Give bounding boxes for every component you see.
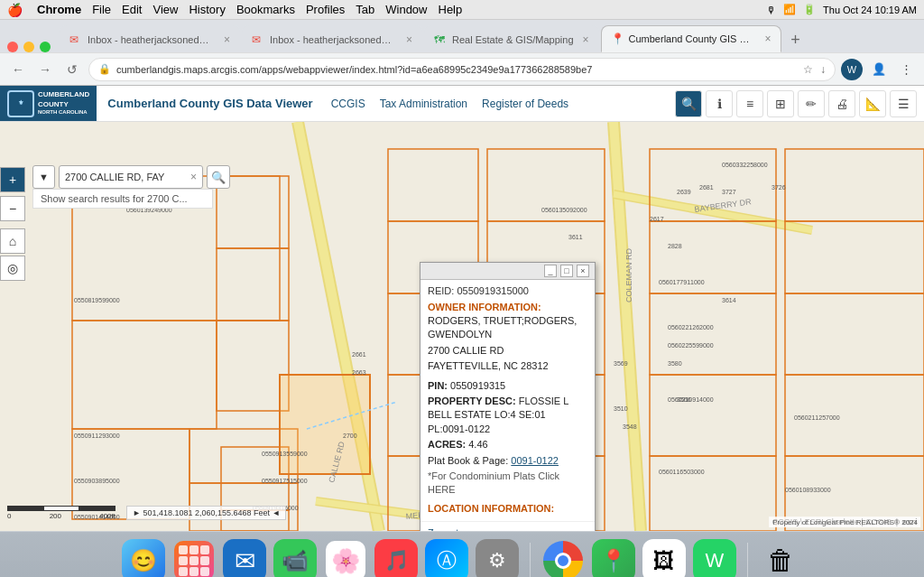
svg-text:3569: 3569 [614,360,628,367]
extensions-icon[interactable]: W [841,59,863,80]
menu-bookmarks[interactable]: Bookmarks [236,3,295,16]
dock-photos[interactable]: 🌸 [324,539,367,577]
forward-button[interactable]: → [34,59,56,80]
tab-realestate[interactable]: 🗺 Real Estate & GIS/Mapping × [424,25,599,52]
tab-title-realestate: Real Estate & GIS/Mapping [452,34,574,45]
reload-button[interactable]: ↺ [61,59,83,80]
popup-footer: Zoom to ••• [420,521,595,531]
download-icon[interactable]: ↓ [820,63,826,76]
menu-file[interactable]: File [92,3,111,16]
tab-cumberland[interactable]: 📍 Cumberland County GIS Dat... × [601,25,781,52]
minimize-window-btn[interactable] [23,42,34,52]
popup-pin-label: PIN: [428,380,448,391]
popup-owner-city: FAYETTEVILLE, NC 28312 [428,359,587,373]
tool-print-btn[interactable]: 🖨 [828,90,855,117]
menu-help[interactable]: Help [439,3,463,16]
popup-plat-link[interactable]: 0091-0122 [511,455,559,466]
dock-syspreferences[interactable]: ⚙ [476,539,519,577]
svg-text:3548: 3548 [623,423,637,430]
my-location-button[interactable]: ◎ [0,256,25,281]
dock-whatsapp[interactable]: W [693,539,736,577]
popup-owner-name: RODGERS, TRUETT;RODGERS, GWENDOLYN [428,314,587,342]
svg-text:COLEMAN RD: COLEMAN RD [624,247,633,302]
dock-finder[interactable]: 😊 [122,539,165,577]
logo-text: CUMBERLAND COUNTY NORTH CAROLINA [38,90,89,116]
nav-deeds[interactable]: Register of Deeds [482,98,568,110]
popup-minimize-btn[interactable]: _ [544,265,557,277]
realtors-attribution: Property of Longleaf Pine REALTORS® 2024 [770,517,920,527]
nav-tax[interactable]: Tax Administration [380,98,467,110]
tab-close-3[interactable]: × [583,33,589,46]
dock-music[interactable]: 🎵 [374,539,418,577]
tab-favicon-gmail-2: ✉ [252,33,264,46]
map-area[interactable]: 0560139249000 0560332258000 056013509200… [0,122,924,531]
tab-inbox-2[interactable]: ✉ Inbox - heatherjacksonedwa... × [242,25,422,52]
svg-text:3726: 3726 [772,184,786,191]
svg-text:0560332258000: 0560332258000 [722,162,768,168]
tab-close-1[interactable]: × [224,33,230,46]
gis-app: ⚜ CUMBERLAND COUNTY NORTH CAROLINA Cumbe… [0,86,924,531]
home-button[interactable]: ⌂ [0,228,25,254]
new-tab-button[interactable]: + [783,27,808,52]
tool-info-btn[interactable]: ℹ [706,90,733,117]
scale-400ft: 400ft [99,512,116,520]
close-window-btn[interactable] [7,42,18,52]
tool-menu-btn[interactable]: ☰ [890,90,917,117]
tab-close-2[interactable]: × [406,33,412,46]
dock-preview[interactable]: 🖼 [642,539,686,577]
svg-text:3614: 3614 [722,297,736,303]
zoom-out-button[interactable]: − [0,196,25,221]
tab-inbox-1[interactable]: ✉ Inbox - heatherjacksonedwa... × [60,25,240,52]
tool-layers-btn[interactable]: ≡ [736,90,763,117]
tab-favicon-realestate: 🗺 [434,33,447,46]
dock-appstore[interactable]: Ⓐ [425,539,468,577]
tab-title-cumberland: Cumberland County GIS Dat... [629,33,756,44]
popup-zoom-link[interactable]: Zoom to [428,527,464,531]
popup-maximize-btn[interactable]: □ [560,265,573,277]
dock-launchpad[interactable] [172,539,216,577]
address-bar[interactable]: 🔒 cumberlandgis.maps.arcgis.com/apps/web… [88,58,836,81]
menu-tab[interactable]: Tab [356,3,374,16]
tab-close-4[interactable]: × [765,33,772,45]
tool-basemap-btn[interactable]: ⊞ [767,90,794,117]
menu-bar: 🍎 Chrome File Edit View History Bookmark… [0,0,924,20]
search-clear-icon[interactable]: × [190,171,197,183]
maximize-window-btn[interactable] [40,42,51,52]
svg-text:2828: 2828 [668,243,682,249]
dock-trash[interactable]: 🗑 [759,539,802,577]
popup-plat-label: Plat Book & Page: [428,455,508,466]
dock-maps[interactable]: 📍 [592,539,635,577]
nav-ccgis[interactable]: CCGIS [331,98,365,110]
mic-icon: 🎙 [766,5,776,15]
menu-profiles[interactable]: Profiles [306,3,345,16]
dock-chrome[interactable] [541,539,585,577]
zoom-in-button[interactable]: + [0,167,25,192]
search-type-dropdown[interactable]: ▼ [32,165,55,189]
menu-view[interactable]: View [152,3,178,16]
dock-mail[interactable]: ✉ [223,539,266,577]
tool-measure-btn[interactable]: 📐 [859,90,886,117]
profile-icon[interactable]: 👤 [868,59,890,80]
popup-close-btn[interactable]: × [577,265,589,277]
search-go-button[interactable]: 🔍 [207,165,230,189]
dropdown-label: ▼ [39,172,49,182]
bookmark-icon[interactable]: ☆ [803,63,813,76]
battery-icon: 🔋 [803,4,816,15]
back-button[interactable]: ← [7,59,29,80]
search-input[interactable] [65,172,187,182]
property-popup: _ □ × REID: 0550919315000 OWNER INFORMAT… [420,262,596,531]
scale-seg-3 [79,506,116,511]
apple-menu[interactable]: 🍎 [7,3,23,17]
search-input-wrap[interactable]: × [59,165,203,189]
menu-edit[interactable]: Edit [122,3,142,16]
menu-history[interactable]: History [189,3,225,16]
popup-more-btn[interactable]: ••• [574,526,587,531]
more-options-icon[interactable]: ⋮ [895,59,917,80]
popup-body: REID: 0550919315000 OWNER INFORMATION: R… [420,280,595,521]
menu-window[interactable]: Window [385,3,427,16]
scale-ticks [7,506,116,511]
wifi-icon: 📶 [783,4,796,15]
dock-facetime[interactable]: 📹 [273,539,317,577]
tool-search-btn[interactable]: 🔍 [675,90,702,117]
tool-draw-btn[interactable]: ✏ [798,90,825,117]
